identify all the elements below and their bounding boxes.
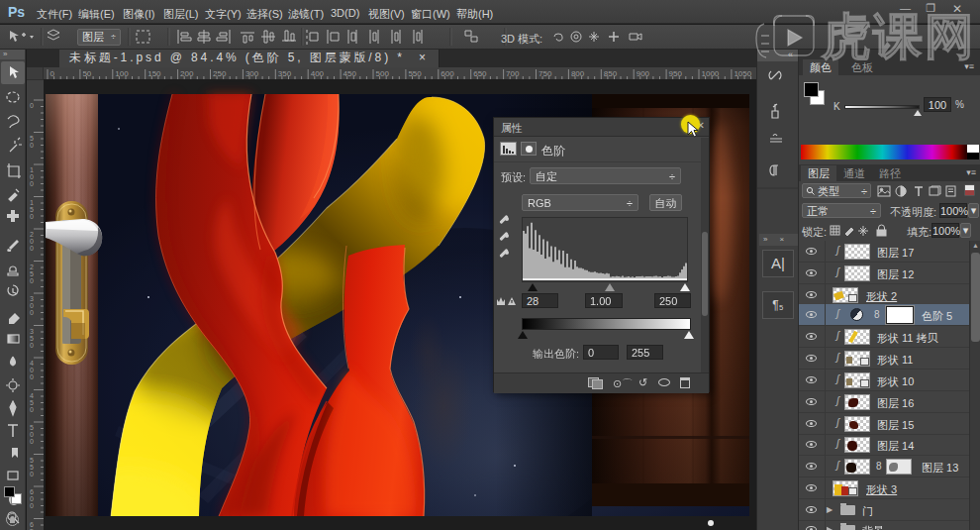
- svg-text:2: 2: [30, 264, 34, 270]
- svg-text:0: 0: [50, 69, 55, 78]
- svg-text:虎课网: 虎课网: [821, 9, 976, 63]
- svg-text:0: 0: [30, 142, 34, 149]
- svg-text:1: 1: [30, 199, 34, 206]
- svg-text:0: 0: [30, 406, 34, 413]
- svg-text:5: 5: [30, 464, 34, 471]
- svg-text:1000: 1000: [702, 69, 720, 78]
- svg-text:0: 0: [30, 245, 34, 252]
- svg-text:100: 100: [115, 69, 129, 78]
- svg-text:350: 350: [278, 69, 292, 78]
- svg-text:800: 800: [571, 69, 585, 78]
- svg-text:3: 3: [30, 328, 34, 335]
- svg-text:0: 0: [30, 471, 34, 477]
- svg-text:400: 400: [311, 69, 325, 78]
- svg-text:950: 950: [669, 69, 683, 78]
- svg-text:5: 5: [30, 270, 34, 277]
- svg-text:4: 4: [30, 392, 34, 399]
- svg-text:250: 250: [213, 69, 227, 78]
- svg-text:700: 700: [506, 69, 520, 78]
- svg-text:750: 750: [539, 69, 552, 78]
- svg-text:5: 5: [30, 335, 34, 342]
- svg-text:0: 0: [30, 173, 34, 180]
- svg-text:5: 5: [30, 457, 34, 464]
- svg-text:450: 450: [343, 69, 357, 78]
- svg-text:5: 5: [30, 135, 34, 142]
- svg-text:4: 4: [30, 360, 34, 367]
- svg-text:6: 6: [30, 488, 34, 495]
- svg-text:0: 0: [30, 180, 34, 187]
- svg-text:900: 900: [637, 69, 650, 78]
- svg-text:2: 2: [30, 231, 34, 238]
- svg-text:0: 0: [30, 309, 34, 316]
- svg-text:0: 0: [30, 277, 34, 284]
- svg-text:5: 5: [30, 206, 34, 213]
- svg-text:0: 0: [30, 213, 34, 220]
- svg-text:50: 50: [82, 69, 91, 78]
- svg-text:0: 0: [30, 302, 34, 309]
- svg-text:5: 5: [30, 424, 34, 431]
- svg-text:0: 0: [30, 102, 34, 109]
- svg-text:0: 0: [30, 495, 34, 502]
- svg-text:0: 0: [30, 438, 34, 445]
- svg-text:650: 650: [473, 69, 487, 78]
- svg-text:0: 0: [30, 367, 34, 373]
- svg-text:300: 300: [245, 69, 259, 78]
- svg-text:550: 550: [408, 69, 422, 78]
- svg-text:600: 600: [441, 69, 454, 78]
- svg-text:0: 0: [30, 373, 34, 380]
- svg-text:200: 200: [180, 69, 194, 78]
- svg-text:0: 0: [30, 502, 34, 509]
- svg-text:150: 150: [147, 69, 161, 78]
- svg-text:850: 850: [604, 69, 618, 78]
- svg-text:0: 0: [30, 342, 34, 349]
- svg-text:500: 500: [376, 69, 390, 78]
- svg-text:3: 3: [30, 295, 34, 302]
- svg-text:1: 1: [30, 166, 34, 173]
- svg-text:5: 5: [30, 399, 34, 406]
- svg-text:1050: 1050: [734, 69, 751, 78]
- svg-text:6: 6: [30, 521, 34, 528]
- svg-text:0: 0: [30, 431, 34, 438]
- svg-text:0: 0: [30, 238, 34, 245]
